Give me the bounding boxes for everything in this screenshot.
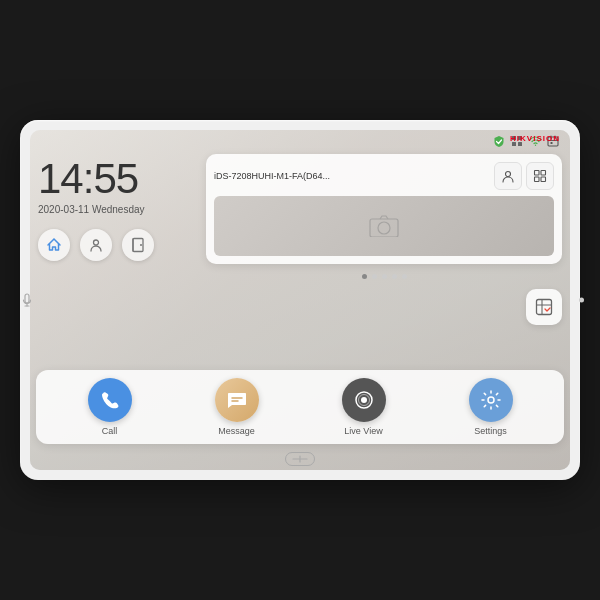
date-display: 2020-03-11 Wednesday bbox=[38, 204, 198, 215]
call-icon bbox=[88, 378, 132, 422]
svg-point-6 bbox=[534, 145, 535, 146]
clock-display: 14:55 bbox=[38, 158, 198, 200]
dot-1[interactable] bbox=[362, 274, 367, 279]
svg-point-27 bbox=[361, 397, 367, 403]
shield-check-icon bbox=[492, 134, 506, 148]
device-screen: HIKVISION bbox=[30, 130, 570, 470]
svg-point-12 bbox=[94, 240, 99, 245]
app-settings[interactable]: Settings bbox=[461, 378, 521, 436]
device-card-header: iDS-7208HUHI-M1-FA(D64... bbox=[214, 162, 554, 190]
device-name-label: iDS-7208HUHI-M1-FA(D64... bbox=[214, 171, 494, 181]
home-button-area bbox=[30, 452, 570, 470]
device-card-actions bbox=[494, 162, 554, 190]
svg-point-22 bbox=[378, 222, 390, 234]
settings-icon bbox=[469, 378, 513, 422]
svg-rect-17 bbox=[535, 171, 540, 176]
liveview-icon bbox=[342, 378, 386, 422]
settings-label: Settings bbox=[474, 426, 507, 436]
svg-point-29 bbox=[488, 397, 494, 403]
message-label: Message bbox=[218, 426, 255, 436]
extra-action-btn[interactable] bbox=[526, 289, 562, 325]
hikvision-logo: HIKVISION bbox=[510, 134, 560, 143]
status-bar: HIKVISION bbox=[30, 130, 570, 150]
left-panel: 14:55 2020-03-11 Wednesday bbox=[38, 150, 198, 370]
svg-point-14 bbox=[140, 244, 142, 246]
call-label: Call bbox=[102, 426, 118, 436]
app-message[interactable]: Message bbox=[207, 378, 267, 436]
svg-rect-20 bbox=[541, 177, 546, 182]
device-frame: HIKVISION bbox=[20, 120, 580, 480]
device-card: iDS-7208HUHI-M1-FA(D64... bbox=[206, 154, 562, 264]
app-liveview[interactable]: Live View bbox=[334, 378, 394, 436]
right-panel: iDS-7208HUHI-M1-FA(D64... bbox=[206, 150, 562, 370]
side-button[interactable] bbox=[579, 298, 584, 303]
dot-2[interactable] bbox=[372, 274, 377, 279]
liveview-label: Live View bbox=[344, 426, 382, 436]
svg-rect-23 bbox=[537, 300, 552, 315]
grid-action-btn[interactable] bbox=[526, 162, 554, 190]
door-quick-btn[interactable] bbox=[122, 229, 154, 261]
pagination-dots bbox=[206, 270, 562, 283]
dot-4[interactable] bbox=[392, 274, 397, 279]
person-action-btn[interactable] bbox=[494, 162, 522, 190]
quick-icons-row bbox=[38, 229, 198, 261]
svg-rect-18 bbox=[541, 171, 546, 176]
device-preview bbox=[214, 196, 554, 256]
svg-rect-19 bbox=[535, 177, 540, 182]
svg-point-16 bbox=[506, 172, 511, 177]
person-quick-btn[interactable] bbox=[80, 229, 112, 261]
message-icon bbox=[215, 378, 259, 422]
microphone-icon bbox=[18, 291, 36, 309]
dot-3[interactable] bbox=[382, 274, 387, 279]
home-quick-btn[interactable] bbox=[38, 229, 70, 261]
dot-5[interactable] bbox=[402, 274, 407, 279]
home-button[interactable] bbox=[285, 452, 315, 466]
app-call[interactable]: Call bbox=[80, 378, 140, 436]
app-dock: Call Message bbox=[36, 370, 564, 444]
main-content: 14:55 2020-03-11 Wednesday bbox=[30, 150, 570, 370]
